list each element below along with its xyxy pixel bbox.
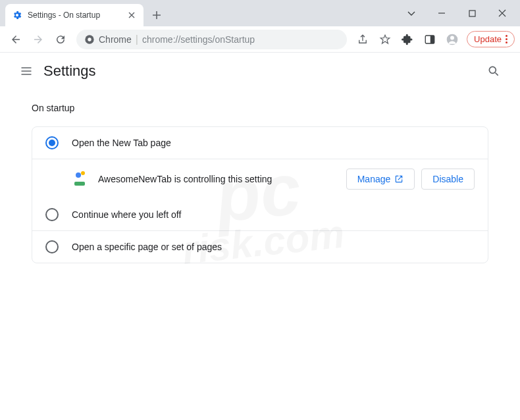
settings-header: Settings [0,53,520,90]
window-controls [396,0,520,26]
reload-button[interactable] [50,29,71,50]
disable-button[interactable]: Disable [421,169,475,190]
bookmark-star-icon[interactable] [375,29,396,50]
share-icon[interactable] [352,29,373,50]
disable-label: Disable [432,174,463,184]
browser-toolbar: Chrome | chrome://settings/onStartup Upd… [0,26,520,53]
svg-point-2 [88,38,91,41]
addr-separator: | [136,34,138,45]
profile-avatar-icon[interactable] [442,29,463,50]
maximize-button[interactable] [457,3,487,24]
hamburger-menu-button[interactable] [13,58,39,84]
radio-label: Open the New Tab page [72,138,171,148]
menu-dots-icon [506,35,507,43]
tab-title: Settings - On startup [28,11,126,20]
manage-label: Manage [357,174,391,184]
radio-icon [45,136,59,149]
svg-point-7 [489,66,496,73]
svg-rect-4 [430,36,434,43]
radio-icon [45,208,59,221]
startup-card: Open the New Tab page AwesomeNewTab is c… [32,126,488,263]
sidepanel-icon[interactable] [419,29,440,50]
extension-app-icon [72,171,88,187]
gear-icon [12,10,22,20]
radio-option-new-tab[interactable]: Open the New Tab page [32,127,488,159]
chrome-logo-icon [84,34,95,45]
settings-content: On startup Open the New Tab page Awesome… [0,90,520,276]
extension-notice: AwesomeNewTab is controlling this settin… [32,159,488,199]
update-button[interactable]: Update [467,31,515,47]
forward-button[interactable] [28,29,49,50]
radio-label: Continue where you left off [72,209,181,220]
svg-rect-0 [469,11,475,16]
addr-scheme: Chrome [99,34,132,45]
minimize-button[interactable] [427,3,457,24]
browser-tab[interactable]: Settings - On startup [5,4,143,26]
radio-icon [45,240,59,253]
section-title: On startup [32,103,488,113]
extensions-icon[interactable] [397,29,418,50]
radio-option-continue[interactable]: Continue where you left off [32,199,488,230]
radio-option-specific[interactable]: Open a specific page or set of pages [32,230,488,263]
page-title: Settings [43,63,96,80]
addr-url: chrome://settings/onStartup [142,34,255,45]
radio-label: Open a specific page or set of pages [72,242,222,252]
titlebar: Settings - On startup [0,0,520,26]
open-in-new-icon [394,174,403,184]
close-window-button[interactable] [487,3,517,24]
notice-text: AwesomeNewTab is controlling this settin… [98,174,346,184]
manage-button[interactable]: Manage [346,169,415,190]
close-tab-icon[interactable] [126,10,137,20]
address-bar[interactable]: Chrome | chrome://settings/onStartup [76,30,347,49]
search-button[interactable] [481,58,507,84]
new-tab-button[interactable] [147,6,166,24]
chevron-down-icon[interactable] [396,3,427,24]
back-button[interactable] [5,29,26,50]
svg-point-6 [450,36,454,39]
update-label: Update [474,34,502,44]
